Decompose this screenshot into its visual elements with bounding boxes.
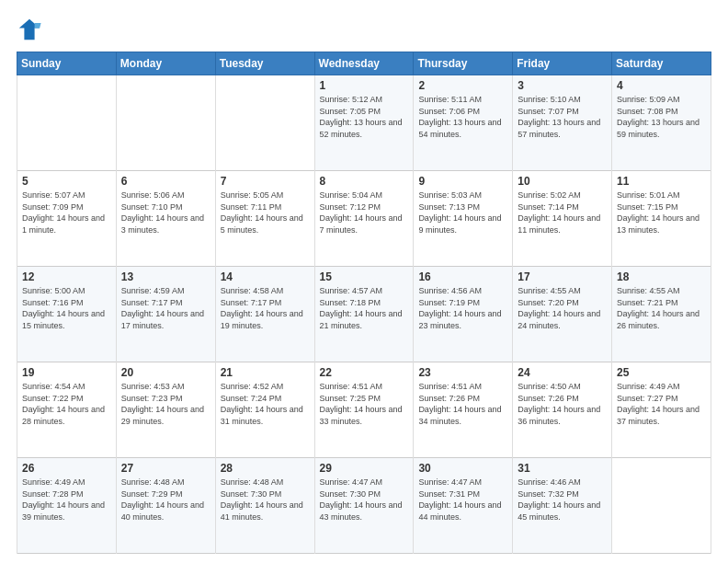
day-number: 3 [518,79,607,92]
day-info: Sunrise: 4:53 AMSunset: 7:23 PMDaylight:… [121,381,210,427]
day-number: 29 [320,462,409,475]
day-number: 12 [22,270,111,283]
day-number: 6 [121,175,210,188]
day-number: 7 [221,175,310,188]
calendar-cell: 31Sunrise: 4:46 AMSunset: 7:32 PMDayligh… [513,458,612,554]
day-number: 15 [320,270,409,283]
calendar-cell: 23Sunrise: 4:51 AMSunset: 7:26 PMDayligh… [414,362,513,458]
weekday-header-wednesday: Wednesday [314,52,414,75]
header [17,17,711,42]
weekday-header-monday: Monday [116,52,215,75]
day-number: 10 [518,175,607,188]
day-info: Sunrise: 4:48 AMSunset: 7:29 PMDaylight:… [121,477,210,523]
day-number: 23 [418,366,507,379]
calendar-cell [215,75,314,171]
page: SundayMondayTuesdayWednesdayThursdayFrid… [0,0,728,563]
day-number: 8 [320,175,409,188]
day-info: Sunrise: 4:46 AMSunset: 7:32 PMDaylight:… [518,477,607,523]
day-info: Sunrise: 5:07 AMSunset: 7:09 PMDaylight:… [22,190,111,236]
day-number: 18 [617,270,706,283]
calendar-cell: 14Sunrise: 4:58 AMSunset: 7:17 PMDayligh… [215,267,314,362]
day-number: 26 [22,462,111,475]
calendar-cell: 12Sunrise: 5:00 AMSunset: 7:16 PMDayligh… [17,267,117,362]
day-number: 9 [418,175,507,188]
calendar-cell: 27Sunrise: 4:48 AMSunset: 7:29 PMDayligh… [116,458,215,554]
calendar-cell: 17Sunrise: 4:55 AMSunset: 7:20 PMDayligh… [513,267,612,362]
day-number: 24 [518,366,607,379]
calendar-cell: 26Sunrise: 4:49 AMSunset: 7:28 PMDayligh… [17,458,117,554]
calendar-cell [116,75,215,171]
calendar-cell: 2Sunrise: 5:11 AMSunset: 7:06 PMDaylight… [414,75,513,171]
day-number: 5 [22,175,111,188]
day-number: 16 [418,270,507,283]
calendar-cell: 5Sunrise: 5:07 AMSunset: 7:09 PMDaylight… [17,171,117,267]
calendar-cell [17,75,117,171]
day-info: Sunrise: 4:47 AMSunset: 7:31 PMDaylight:… [418,477,507,523]
day-info: Sunrise: 4:58 AMSunset: 7:17 PMDaylight:… [221,285,310,331]
day-info: Sunrise: 5:09 AMSunset: 7:08 PMDaylight:… [617,94,706,140]
calendar-cell: 24Sunrise: 4:50 AMSunset: 7:26 PMDayligh… [513,362,612,458]
day-number: 4 [617,79,706,92]
weekday-header-sunday: Sunday [17,52,117,75]
day-number: 27 [121,462,210,475]
day-info: Sunrise: 4:49 AMSunset: 7:27 PMDaylight:… [617,381,706,427]
calendar-table: SundayMondayTuesdayWednesdayThursdayFrid… [17,52,711,554]
week-row-2: 5Sunrise: 5:07 AMSunset: 7:09 PMDaylight… [17,171,711,267]
day-number: 1 [320,79,409,92]
calendar-cell [612,458,711,554]
day-info: Sunrise: 5:03 AMSunset: 7:13 PMDaylight:… [418,190,507,236]
week-row-1: 1Sunrise: 5:12 AMSunset: 7:05 PMDaylight… [17,75,711,171]
day-info: Sunrise: 4:48 AMSunset: 7:30 PMDaylight:… [221,477,310,523]
calendar-header: SundayMondayTuesdayWednesdayThursdayFrid… [17,52,711,75]
day-number: 17 [518,270,607,283]
day-number: 31 [518,462,607,475]
calendar-cell: 29Sunrise: 4:47 AMSunset: 7:30 PMDayligh… [314,458,414,554]
day-info: Sunrise: 4:52 AMSunset: 7:24 PMDaylight:… [221,381,310,427]
calendar-cell: 4Sunrise: 5:09 AMSunset: 7:08 PMDaylight… [612,75,711,171]
calendar-cell: 19Sunrise: 4:54 AMSunset: 7:22 PMDayligh… [17,362,117,458]
calendar: SundayMondayTuesdayWednesdayThursdayFrid… [17,52,711,554]
weekday-header-saturday: Saturday [612,52,711,75]
weekday-header-thursday: Thursday [414,52,513,75]
calendar-cell: 28Sunrise: 4:48 AMSunset: 7:30 PMDayligh… [215,458,314,554]
day-info: Sunrise: 5:06 AMSunset: 7:10 PMDaylight:… [121,190,210,236]
calendar-cell: 11Sunrise: 5:01 AMSunset: 7:15 PMDayligh… [612,171,711,267]
logo [17,17,46,42]
day-number: 19 [22,366,111,379]
calendar-cell: 1Sunrise: 5:12 AMSunset: 7:05 PMDaylight… [314,75,414,171]
calendar-cell: 21Sunrise: 4:52 AMSunset: 7:24 PMDayligh… [215,362,314,458]
day-number: 21 [221,366,310,379]
day-info: Sunrise: 4:57 AMSunset: 7:18 PMDaylight:… [320,285,409,331]
week-row-5: 26Sunrise: 4:49 AMSunset: 7:28 PMDayligh… [17,458,711,554]
day-info: Sunrise: 5:11 AMSunset: 7:06 PMDaylight:… [418,94,507,140]
day-info: Sunrise: 4:49 AMSunset: 7:28 PMDaylight:… [22,477,111,523]
day-info: Sunrise: 5:00 AMSunset: 7:16 PMDaylight:… [22,285,111,331]
day-number: 30 [418,462,507,475]
calendar-cell: 22Sunrise: 4:51 AMSunset: 7:25 PMDayligh… [314,362,414,458]
logo-icon [17,17,42,42]
day-info: Sunrise: 4:51 AMSunset: 7:25 PMDaylight:… [320,381,409,427]
day-number: 25 [617,366,706,379]
weekday-row: SundayMondayTuesdayWednesdayThursdayFrid… [17,52,711,75]
day-number: 13 [121,270,210,283]
calendar-body: 1Sunrise: 5:12 AMSunset: 7:05 PMDaylight… [17,75,711,554]
day-info: Sunrise: 5:12 AMSunset: 7:05 PMDaylight:… [320,94,409,140]
day-info: Sunrise: 5:05 AMSunset: 7:11 PMDaylight:… [221,190,310,236]
day-number: 28 [221,462,310,475]
day-number: 11 [617,175,706,188]
day-info: Sunrise: 4:51 AMSunset: 7:26 PMDaylight:… [418,381,507,427]
day-number: 2 [418,79,507,92]
calendar-cell: 6Sunrise: 5:06 AMSunset: 7:10 PMDaylight… [116,171,215,267]
day-info: Sunrise: 5:10 AMSunset: 7:07 PMDaylight:… [518,94,607,140]
day-info: Sunrise: 4:50 AMSunset: 7:26 PMDaylight:… [518,381,607,427]
week-row-3: 12Sunrise: 5:00 AMSunset: 7:16 PMDayligh… [17,267,711,362]
weekday-header-friday: Friday [513,52,612,75]
day-info: Sunrise: 4:56 AMSunset: 7:19 PMDaylight:… [418,285,507,331]
week-row-4: 19Sunrise: 4:54 AMSunset: 7:22 PMDayligh… [17,362,711,458]
day-info: Sunrise: 4:59 AMSunset: 7:17 PMDaylight:… [121,285,210,331]
calendar-cell: 13Sunrise: 4:59 AMSunset: 7:17 PMDayligh… [116,267,215,362]
calendar-cell: 7Sunrise: 5:05 AMSunset: 7:11 PMDaylight… [215,171,314,267]
day-info: Sunrise: 5:02 AMSunset: 7:14 PMDaylight:… [518,190,607,236]
day-number: 14 [221,270,310,283]
day-info: Sunrise: 4:55 AMSunset: 7:20 PMDaylight:… [518,285,607,331]
